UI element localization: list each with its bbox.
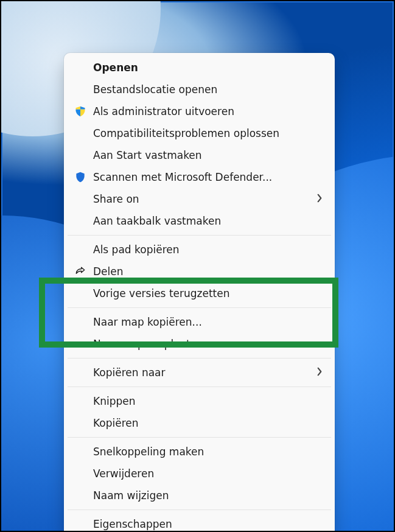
menu-item-label: Kopiëren naar bbox=[93, 368, 166, 378]
menu-item-label: Bestandslocatie openen bbox=[93, 85, 217, 95]
menu-item-copyto[interactable]: Kopiëren naar bbox=[66, 362, 332, 383]
menu-separator bbox=[68, 509, 331, 510]
menu-item-prevver[interactable]: Vorige versies terugzetten bbox=[66, 282, 332, 304]
menu-item-label: Vorige versies terugzetten bbox=[93, 289, 230, 299]
menu-item-copytofolder[interactable]: Naar map kopiëren... bbox=[66, 311, 332, 333]
menu-item-label: Verwijderen bbox=[93, 469, 154, 479]
menu-item-label: Naar map verplaatsen... bbox=[93, 339, 218, 349]
menu-item-rename[interactable]: Naam wijzigen bbox=[66, 485, 332, 506]
menu-item-label: Scannen met Microsoft Defender... bbox=[93, 172, 272, 183]
menu-item-pintaskbar[interactable]: Aan taakbalk vastmaken bbox=[66, 210, 332, 232]
menu-item-label: Aan Start vastmaken bbox=[93, 150, 202, 161]
menu-item-compat[interactable]: Compatibiliteitsproblemen oplossen bbox=[66, 122, 332, 144]
menu-item-open[interactable]: Openen bbox=[66, 57, 332, 79]
menu-separator bbox=[68, 358, 331, 359]
chevron-right-icon bbox=[316, 368, 323, 378]
menu-item-cut[interactable]: Knippen bbox=[66, 390, 332, 412]
menu-item-properties[interactable]: Eigenschappen bbox=[66, 513, 332, 532]
menu-item-copy[interactable]: Kopiëren bbox=[66, 412, 332, 434]
menu-item-pinstart[interactable]: Aan Start vastmaken bbox=[66, 144, 332, 166]
menu-separator bbox=[68, 307, 331, 308]
shield-uac-icon bbox=[74, 105, 87, 118]
menu-item-copypath[interactable]: Als pad kopiëren bbox=[66, 239, 332, 261]
menu-item-runadmin[interactable]: Als administrator uitvoeren bbox=[66, 100, 332, 122]
menu-item-label: Naam wijzigen bbox=[93, 491, 169, 501]
menu-item-label: Openen bbox=[93, 63, 138, 73]
menu-item-defender[interactable]: Scannen met Microsoft Defender... bbox=[66, 166, 332, 188]
menu-item-shortcut[interactable]: Snelkoppeling maken bbox=[66, 441, 332, 463]
menu-separator bbox=[68, 387, 331, 387]
menu-item-label: Aan taakbalk vastmaken bbox=[93, 216, 221, 226]
menu-item-label: Als pad kopiëren bbox=[93, 245, 179, 255]
shield-defender-icon bbox=[74, 170, 87, 184]
menu-item-label: Snelkoppeling maken bbox=[93, 447, 204, 457]
menu-item-delete[interactable]: Verwijderen bbox=[66, 463, 332, 485]
menu-separator bbox=[68, 437, 331, 438]
share-icon bbox=[74, 265, 87, 278]
menu-item-label: Eigenschappen bbox=[93, 519, 172, 530]
context-menu: OpenenBestandslocatie openenAls administ… bbox=[64, 53, 335, 532]
menu-item-movetofolder[interactable]: Naar map verplaatsen... bbox=[66, 333, 332, 355]
menu-item-label: Kopiëren bbox=[93, 418, 139, 429]
menu-item-label: Delen bbox=[93, 267, 124, 277]
menu-item-label: Compatibiliteitsproblemen oplossen bbox=[93, 128, 279, 139]
menu-item-label: Share on bbox=[93, 194, 139, 205]
chevron-right-icon bbox=[316, 194, 323, 205]
menu-item-openloc[interactable]: Bestandslocatie openen bbox=[66, 79, 332, 100]
menu-item-label: Als administrator uitvoeren bbox=[93, 107, 234, 117]
menu-separator bbox=[68, 235, 331, 236]
menu-item-label: Knippen bbox=[93, 396, 135, 407]
menu-item-label: Naar map kopiëren... bbox=[93, 317, 202, 327]
menu-item-shareon[interactable]: Share on bbox=[66, 188, 332, 210]
menu-item-share[interactable]: Delen bbox=[66, 261, 332, 282]
